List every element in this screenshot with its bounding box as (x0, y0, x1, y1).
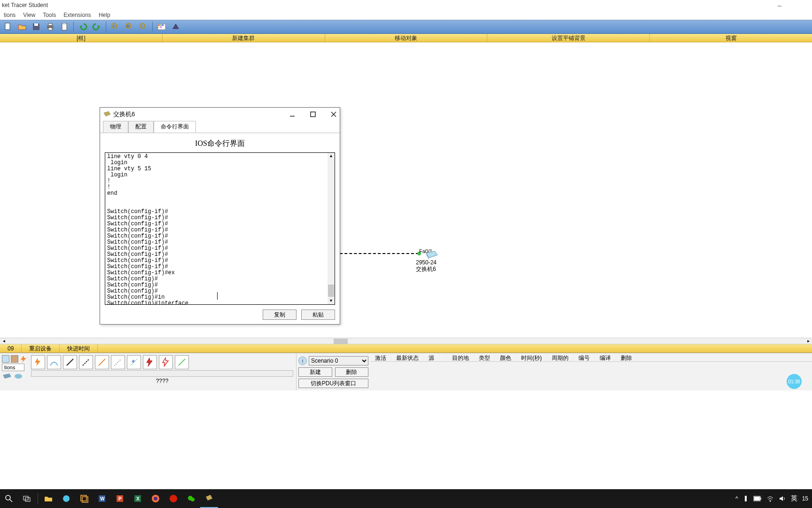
dialog-close-button[interactable] (330, 111, 337, 118)
scroll-down-icon[interactable]: ▾ (328, 298, 335, 304)
clipboard-icon[interactable] (58, 21, 70, 32)
copy-button[interactable]: 复制 (263, 310, 297, 320)
link-cable[interactable] (340, 253, 419, 254)
dialog-minimize-button[interactable] (289, 111, 296, 118)
connection-bolt-icon[interactable] (20, 355, 26, 363)
paste-button[interactable]: 粘贴 (301, 310, 335, 320)
tab-cli[interactable]: 命令行界面 (154, 121, 196, 133)
logical-viewport[interactable]: 视窗 (650, 34, 812, 42)
info-icon[interactable]: i (298, 357, 307, 365)
hscroll-right-icon[interactable]: ▸ (804, 338, 812, 344)
conn-console-icon[interactable] (47, 355, 61, 369)
scroll-up-icon[interactable]: ▴ (328, 153, 335, 159)
redo-icon[interactable] (91, 21, 103, 32)
col-type[interactable]: 类型 (474, 353, 495, 361)
menu-extensions[interactable]: Extensions (63, 12, 91, 18)
excel-icon[interactable]: X (129, 489, 147, 508)
device-category-label[interactable]: tions (2, 364, 24, 371)
taskview-icon[interactable] (18, 489, 36, 508)
conn-coax-icon[interactable] (127, 355, 141, 369)
logical-new-cluster[interactable]: 新建集群 (163, 34, 325, 42)
save-icon[interactable] (30, 21, 42, 32)
new-file-icon[interactable] (2, 21, 14, 32)
device-dialog-icon (103, 111, 111, 118)
connections-scrollbar[interactable] (31, 370, 293, 377)
col-delete[interactable]: 删除 (616, 353, 637, 361)
col-status[interactable]: 最新状态 (391, 353, 424, 361)
dialog-maximize-button[interactable] (310, 111, 316, 118)
scroll-thumb[interactable] (328, 285, 334, 297)
conn-serial-dce-icon[interactable] (143, 355, 157, 369)
volume-icon[interactable] (779, 495, 786, 502)
col-color[interactable]: 颜色 (495, 353, 516, 361)
menu-options[interactable]: tions (4, 12, 16, 18)
packet-tracer-icon[interactable] (200, 489, 218, 508)
conn-octal-icon[interactable] (175, 355, 189, 369)
netease-icon[interactable] (164, 489, 182, 508)
palette-icon[interactable] (156, 21, 168, 32)
conn-auto-icon[interactable] (31, 355, 45, 369)
hscroll-thumb[interactable] (334, 339, 348, 344)
app-icon[interactable] (57, 489, 75, 508)
device-category-icon[interactable] (11, 355, 18, 363)
scenario-delete-button[interactable]: 删除 (335, 367, 369, 377)
col-periodic[interactable]: 周期的 (547, 353, 574, 361)
word-icon[interactable]: W (93, 489, 111, 508)
firefox-icon[interactable] (147, 489, 164, 508)
reset-devices-button[interactable]: 重启设备 (22, 344, 60, 352)
col-num[interactable]: 编号 (574, 353, 595, 361)
battery-icon[interactable] (753, 496, 762, 501)
cli-terminal[interactable]: line vty 0 4 login line vty 5 15 login !… (105, 152, 335, 305)
col-dest[interactable]: 目的地 (447, 353, 474, 361)
clock[interactable]: 15 (802, 495, 808, 502)
col-time[interactable]: 时间(秒) (516, 353, 547, 361)
logical-move-object[interactable]: 移动对象 (325, 34, 488, 42)
conn-fiber-icon[interactable] (95, 355, 109, 369)
logical-set-bg[interactable]: 设置平铺背景 (487, 34, 650, 42)
explorer-icon[interactable] (39, 489, 57, 508)
search-icon[interactable] (0, 489, 18, 508)
col-edit[interactable]: 编译 (595, 353, 616, 361)
close-button[interactable] (790, 0, 812, 10)
cli-output[interactable]: line vty 0 4 login line vty 5 15 login !… (105, 153, 335, 304)
toggle-pdu-list-button[interactable]: 切换PDU列表窗口 (298, 379, 368, 388)
scenario-select[interactable]: Scenario 0 (309, 356, 368, 365)
minimize-button[interactable] (769, 0, 790, 10)
powerpoint-icon[interactable]: P (111, 489, 129, 508)
zoom-reset-icon[interactable]: R (123, 21, 135, 32)
open-file-icon[interactable] (16, 21, 28, 32)
tab-config[interactable]: 配置 (128, 121, 154, 133)
logical-root[interactable]: [根] (0, 34, 163, 42)
hscroll-left-icon[interactable]: ◂ (0, 338, 8, 344)
scenario-new-button[interactable]: 新建 (298, 367, 332, 377)
cli-scrollbar[interactable]: ▴ ▾ (328, 153, 335, 304)
device-custom-icon[interactable] (170, 21, 182, 32)
conn-straight-icon[interactable] (63, 355, 77, 369)
print-icon[interactable] (44, 21, 56, 32)
wechat-icon[interactable] (182, 489, 200, 508)
col-source[interactable]: 源 (424, 353, 447, 361)
tab-physical[interactable]: 物理 (103, 121, 128, 133)
zoom-in-icon[interactable]: + (109, 21, 121, 32)
wifi-icon[interactable] (766, 495, 774, 502)
fast-forward-button[interactable]: 快进时间 (60, 344, 98, 352)
ime-indicator[interactable]: 英 (791, 494, 797, 503)
col-fire[interactable]: 激活 (370, 353, 391, 361)
device-thumb-icon[interactable] (2, 373, 12, 380)
app-icon[interactable] (75, 489, 93, 508)
zoom-out-icon[interactable]: - (137, 21, 149, 32)
undo-icon[interactable] (77, 21, 89, 32)
workspace-hscroll[interactable]: ◂ ▸ (0, 338, 812, 344)
svg-line-40 (99, 359, 105, 365)
conn-serial-dte-icon[interactable] (159, 355, 173, 369)
tray-expand-icon[interactable]: ^ (735, 495, 738, 502)
conn-cross-icon[interactable] (79, 355, 93, 369)
usb-icon[interactable] (743, 495, 749, 502)
conn-phone-icon[interactable] (111, 355, 125, 369)
menu-view[interactable]: View (23, 12, 35, 18)
menu-help[interactable]: Help (99, 12, 110, 18)
workspace-canvas[interactable]: Fa0/1 2950-24 交换机6 交换机6 物理 配置 命令行界面 IOS命… (0, 42, 812, 338)
menu-tools[interactable]: Tools (43, 12, 56, 18)
device-thumb-icon[interactable] (14, 373, 23, 380)
device-category-icon[interactable] (2, 355, 9, 363)
